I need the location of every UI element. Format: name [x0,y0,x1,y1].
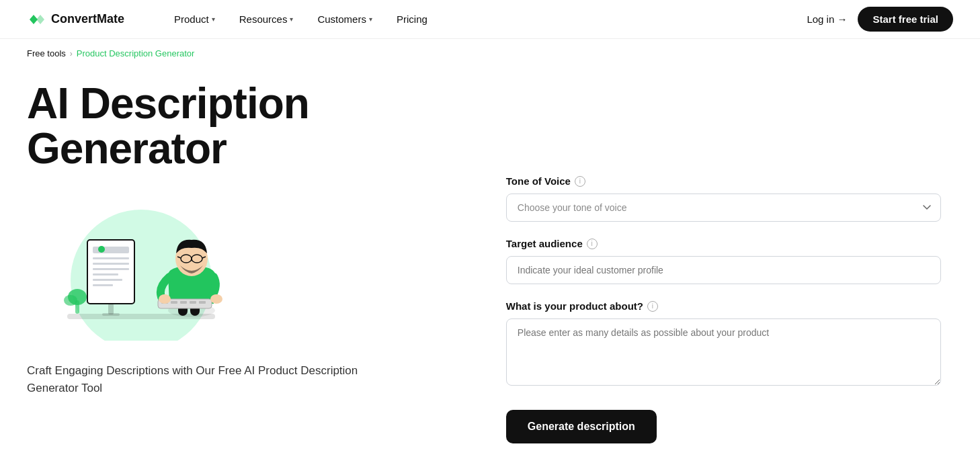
tone-select[interactable]: Choose your tone of voiceProfessionalCas… [506,194,941,222]
svg-point-32 [210,294,222,304]
hero-subtitle: Craft Engaging Descriptions with Our Fre… [27,362,363,396]
breadcrumb-home[interactable]: Free tools [27,48,66,58]
product-info-icon: i [647,301,658,312]
start-free-trial-button[interactable]: Start free trial [858,7,953,32]
breadcrumb: Free tools › Product Description Generat… [0,39,980,68]
svg-rect-29 [190,301,196,304]
product-form-group: What is your product about? i [506,300,941,388]
svg-rect-5 [93,263,129,265]
audience-info-icon: i [587,239,598,249]
svg-point-31 [159,294,171,304]
generate-button[interactable]: Generate description [506,410,657,443]
svg-rect-30 [199,301,206,304]
chevron-down-icon: ▾ [290,15,293,23]
tone-form-group: Tone of Voice i Choose your tone of voic… [506,175,941,222]
breadcrumb-current: Product Description Generator [77,48,195,58]
nav-item-product[interactable]: Product ▾ [165,9,224,29]
product-label: What is your product about? i [506,300,941,312]
svg-rect-6 [93,268,129,270]
svg-rect-9 [93,284,113,286]
svg-rect-7 [93,273,118,275]
svg-rect-12 [102,313,120,316]
nav-links: Product ▾ Resources ▾ Customers ▾ Pricin… [165,9,807,29]
nav-item-customers[interactable]: Customers ▾ [308,9,382,29]
tone-label: Tone of Voice i [506,175,941,187]
right-panel: Tone of Voice i Choose your tone of voic… [506,81,941,443]
svg-rect-27 [171,301,177,304]
svg-rect-4 [93,257,129,259]
tone-info-icon: i [575,176,585,187]
hero-title: AI Description Generator [27,81,466,171]
svg-rect-28 [180,301,187,304]
breadcrumb-separator: › [70,49,73,58]
audience-label: Target audience i [506,238,941,249]
nav-right: Log in → Start free trial [807,7,953,32]
svg-point-10 [98,246,105,253]
nav-item-resources[interactable]: Resources ▾ [230,9,303,29]
chevron-down-icon: ▾ [369,15,372,23]
logo-text: ConvertMate [51,12,124,26]
svg-rect-8 [93,279,122,281]
logo[interactable]: ConvertMate [27,12,124,27]
svg-rect-3 [93,247,129,253]
svg-point-15 [64,295,77,306]
logo-icon [27,12,46,27]
audience-input[interactable] [506,256,941,284]
login-link[interactable]: Log in → [807,13,847,25]
chevron-down-icon: ▾ [212,15,215,23]
svg-rect-11 [108,304,114,314]
main-content: AI Description Generator [0,68,968,471]
audience-form-group: Target audience i [506,238,941,284]
nav-item-pricing[interactable]: Pricing [387,9,437,29]
product-textarea[interactable] [506,318,941,386]
navbar: ConvertMate Product ▾ Resources ▾ Custom… [0,0,980,39]
left-panel: AI Description Generator [27,81,466,443]
hero-illustration [27,193,255,341]
